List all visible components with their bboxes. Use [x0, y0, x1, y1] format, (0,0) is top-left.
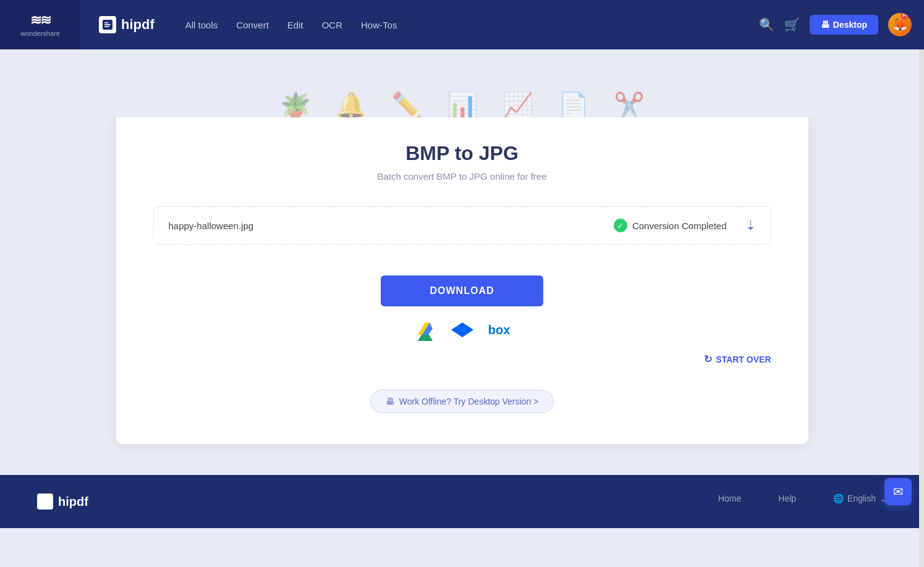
language-label: English — [847, 494, 876, 503]
language-selector[interactable]: 🌐 English ⌄ — [833, 494, 887, 503]
start-over-label: START OVER — [716, 355, 771, 364]
nav-actions: 🔍 🛒 🖶 Desktop 🦊 Pro — [759, 13, 912, 36]
navbar: ≋≋ wondershare hipdf All tools Convert E… — [0, 0, 924, 49]
hero-background: 🪴 🔔 ✏️ 📊 📈 📄 ✂️ — [0, 49, 924, 117]
footer-logo-square — [37, 494, 53, 510]
illus-chart: 📊 — [447, 93, 478, 117]
offline-banner: 🖶 Work Offline? Try Desktop Version > — [153, 390, 771, 413]
pro-badge: Pro — [901, 13, 912, 19]
cart-icon[interactable]: 🛒 — [784, 17, 800, 32]
file-name: happy-halloween.jpg — [169, 220, 614, 231]
conversion-status: ✓ Conversion Completed — [614, 219, 727, 232]
start-over-row: ↻ START OVER — [153, 347, 771, 371]
file-row: happy-halloween.jpg ✓ Conversion Complet… — [154, 207, 771, 244]
illus-doc: 📄 — [558, 93, 589, 117]
illus-scissors: ✂️ — [614, 93, 645, 117]
nav-convert[interactable]: Convert — [236, 20, 269, 30]
offline-pill[interactable]: 🖶 Work Offline? Try Desktop Version > — [370, 390, 554, 413]
scrollbar-track — [919, 0, 924, 567]
footer-col-home: Home — [718, 494, 741, 503]
box-text: box — [488, 323, 511, 337]
file-list: happy-halloween.jpg ✓ Conversion Complet… — [153, 206, 771, 245]
avatar-image: 🦊 — [892, 17, 908, 32]
nav-links: All tools Convert Edit OCR How-Tos — [185, 20, 747, 30]
offline-text: Work Offline? Try Desktop Version > — [399, 397, 539, 406]
wondershare-logo[interactable]: ≋≋ wondershare — [0, 0, 80, 49]
start-over-button[interactable]: ↻ START OVER — [704, 353, 771, 365]
nav-ocr[interactable]: OCR — [322, 20, 342, 30]
footer-logo-text: hipdf — [58, 495, 88, 509]
main-container: BMP to JPG Batch convert BMP to JPG onli… — [0, 111, 924, 444]
email-fab-button[interactable]: ✉ — [884, 478, 912, 505]
check-circle-icon: ✓ — [614, 219, 627, 232]
email-icon: ✉ — [893, 484, 904, 499]
globe-icon: 🌐 — [833, 494, 844, 503]
page-subtitle: Batch convert BMP to JPG online for free — [153, 171, 771, 182]
status-text: Conversion Completed — [632, 220, 727, 231]
hero-illustration: 🪴 🔔 ✏️ 📊 📈 📄 ✂️ — [0, 49, 924, 117]
google-drive-icon[interactable] — [414, 319, 436, 341]
hipdf-logo[interactable]: hipdf — [99, 16, 155, 33]
svg-rect-1 — [104, 22, 108, 23]
illus-plant: 🪴 — [280, 93, 311, 117]
main-card: BMP to JPG Batch convert BMP to JPG onli… — [116, 111, 808, 444]
hipdf-text: hipdf — [121, 17, 155, 33]
desktop-button[interactable]: 🖶 Desktop — [810, 15, 878, 35]
ws-brand-text: wondershare — [20, 30, 60, 37]
illus-lamp: 🔔 — [336, 93, 367, 117]
footer-logo[interactable]: hipdf — [37, 494, 88, 510]
footer-home-link[interactable]: Home — [718, 494, 741, 503]
svg-rect-2 — [104, 24, 111, 25]
search-icon[interactable]: 🔍 — [759, 17, 774, 32]
page-title: BMP to JPG — [153, 142, 771, 165]
footer-links: Home Help 🌐 English ⌄ — [718, 494, 887, 503]
footer-col-help: Help — [778, 494, 796, 503]
file-download-icon[interactable]: ⇣ — [745, 218, 756, 233]
refresh-icon: ↻ — [704, 353, 712, 365]
box-icon[interactable]: box — [488, 319, 511, 341]
download-section: DOWNLOAD — [153, 263, 771, 347]
ws-icon: ≋≋ — [30, 12, 50, 28]
download-button[interactable]: DOWNLOAD — [381, 275, 544, 306]
dropbox-icon[interactable] — [451, 319, 473, 341]
desktop-offline-icon: 🖶 — [386, 397, 394, 406]
illus-linechart: 📈 — [502, 93, 533, 117]
cloud-icons: box — [414, 319, 511, 341]
nav-how-tos[interactable]: How-Tos — [361, 20, 397, 30]
user-avatar[interactable]: 🦊 Pro — [888, 13, 912, 36]
nav-edit[interactable]: Edit — [287, 20, 303, 30]
illus-pencils: ✏️ — [391, 93, 422, 117]
nav-all-tools[interactable]: All tools — [185, 20, 218, 30]
footer: hipdf Home Help 🌐 English ⌄ — [0, 475, 924, 528]
footer-help-link[interactable]: Help — [778, 494, 796, 503]
desktop-icon: 🖶 — [821, 20, 829, 30]
logo-square-icon — [99, 16, 116, 33]
desktop-btn-label: Desktop — [833, 20, 867, 30]
svg-rect-3 — [104, 26, 109, 27]
